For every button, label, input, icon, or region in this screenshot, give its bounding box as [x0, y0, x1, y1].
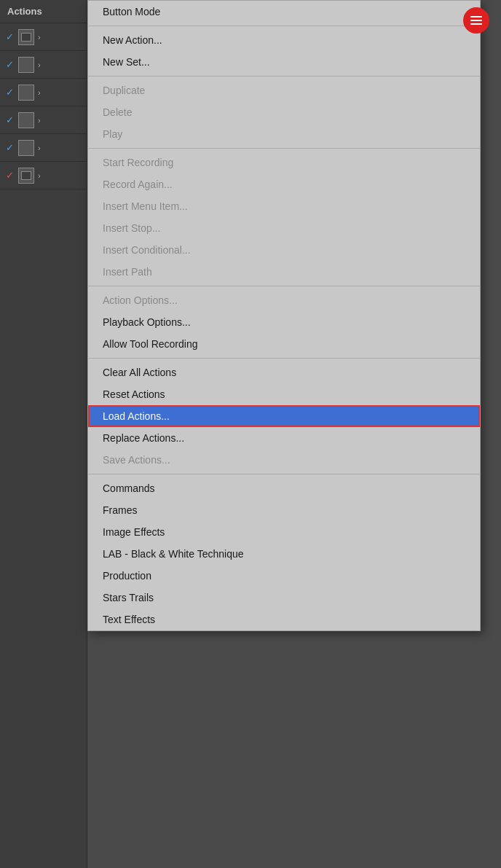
menu-item-new-set[interactable]: New Set...	[88, 51, 480, 73]
action-icon-box-2	[18, 57, 34, 73]
menu-divider-19	[88, 474, 480, 474]
chevron-icon-4: ›	[38, 116, 41, 125]
menu-item-frames[interactable]: Frames	[88, 499, 480, 521]
menu-item-insert-path: Insert Path	[88, 261, 480, 283]
menu-item-reset-actions[interactable]: Reset Actions	[88, 383, 480, 405]
menu-item-play: Play	[88, 123, 480, 145]
menu-item-replace-actions[interactable]: Replace Actions...	[88, 427, 480, 449]
menu-divider-11	[88, 286, 480, 286]
menu-item-lab-black-white[interactable]: LAB - Black & White Technique	[88, 543, 480, 565]
menu-item-insert-stop: Insert Stop...	[88, 217, 480, 239]
menu-divider-2	[88, 76, 480, 77]
menu-item-save-actions: Save Actions...	[88, 449, 480, 471]
menu-item-image-effects[interactable]: Image Effects	[88, 521, 480, 543]
menu-item-delete: Delete	[88, 101, 480, 123]
check-mark-1: ✓	[3, 31, 16, 42]
action-icon-box-5	[18, 140, 34, 156]
action-row-1[interactable]: ✓›	[0, 23, 87, 51]
menu-item-button-mode[interactable]: Button Mode	[88, 1, 480, 23]
action-icon-box-3	[18, 85, 34, 101]
check-mark-4: ✓	[3, 114, 16, 125]
menu-item-record-again: Record Again...	[88, 173, 480, 195]
action-row-3[interactable]: ✓›	[0, 79, 87, 106]
check-mark-6: ✓	[3, 170, 16, 181]
check-mark-5: ✓	[3, 142, 16, 153]
menu-item-insert-conditional: Insert Conditional...	[88, 239, 480, 261]
chevron-icon-6: ›	[38, 171, 41, 180]
actions-panel: Actions ✓›✓›✓›✓›✓›✓›	[0, 0, 87, 868]
menu-divider-14	[88, 358, 480, 359]
menu-divider-5	[88, 148, 480, 149]
chevron-icon-3: ›	[38, 88, 41, 97]
menu-item-playback-options[interactable]: Playback Options...	[88, 311, 480, 333]
action-icon-box-1	[18, 29, 34, 45]
action-row-2[interactable]: ✓›	[0, 51, 87, 79]
menu-item-production[interactable]: Production	[88, 565, 480, 587]
menu-item-allow-tool-recording[interactable]: Allow Tool Recording	[88, 333, 480, 355]
menu-button[interactable]	[463, 7, 489, 34]
menu-item-insert-menu-item: Insert Menu Item...	[88, 195, 480, 217]
action-icon-box-6	[18, 168, 34, 184]
action-row-5[interactable]: ✓›	[0, 134, 87, 162]
chevron-icon-2: ›	[38, 60, 41, 69]
chevron-icon-1: ›	[38, 33, 41, 42]
hamburger-icon	[470, 16, 482, 25]
menu-item-commands[interactable]: Commands	[88, 477, 480, 499]
check-mark-3: ✓	[3, 87, 16, 98]
chevron-icon-5: ›	[38, 144, 41, 152]
menu-item-load-actions[interactable]: Load Actions...	[88, 405, 480, 427]
menu-item-clear-all-actions[interactable]: Clear All Actions	[88, 361, 480, 383]
action-row-4[interactable]: ✓›	[0, 106, 87, 134]
action-icon-box-4	[18, 112, 34, 128]
menu-item-duplicate: Duplicate	[88, 79, 480, 101]
menu-item-new-action[interactable]: New Action...	[88, 29, 480, 51]
menu-item-text-effects[interactable]: Text Effects	[88, 609, 480, 630]
dropdown-menu: Button ModeNew Action...New Set...Duplic…	[87, 0, 481, 631]
menu-divider-0	[88, 26, 480, 26]
action-row-6[interactable]: ✓›	[0, 162, 87, 189]
menu-item-start-recording: Start Recording	[88, 152, 480, 173]
panel-title: Actions	[0, 0, 87, 23]
check-mark-2: ✓	[3, 59, 16, 70]
menu-item-action-options: Action Options...	[88, 289, 480, 311]
menu-item-stars-trails[interactable]: Stars Trails	[88, 587, 480, 609]
